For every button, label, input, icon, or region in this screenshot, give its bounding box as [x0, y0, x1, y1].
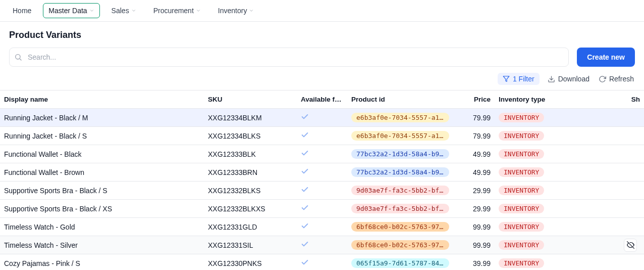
refresh-button[interactable]: Refresh [598, 74, 635, 84]
inventory-type-pill: INVENTORY [499, 131, 544, 141]
cell-sh [591, 127, 644, 145]
cell-sku: XXG12331GLD [204, 218, 297, 236]
download-button[interactable]: Download [547, 74, 591, 84]
check-icon [301, 204, 309, 212]
col-display-name[interactable]: Display name [0, 91, 204, 109]
cell-sku: XXG12334BLKS [204, 127, 297, 145]
inventory-type-pill: INVENTORY [499, 240, 544, 250]
col-sh[interactable]: Sh [591, 91, 644, 109]
cell-sh [591, 218, 644, 236]
cell-sh [591, 163, 644, 182]
cell-inventory-type: INVENTORY [495, 200, 591, 218]
col-price[interactable]: Price [453, 91, 495, 109]
filter-label: 1 Filter [513, 75, 534, 83]
cell-price: 49.99 [453, 145, 495, 163]
table-row[interactable]: Functional Wallet - BlackXXG12333BLK77bc… [0, 145, 644, 163]
cell-inventory-type: INVENTORY [495, 127, 591, 145]
cell-inventory-type: INVENTORY [495, 145, 591, 163]
cell-display-name: Timeless Watch - Silver [0, 236, 204, 254]
cell-product-id: 9d03ae7f-fa3c-5bb2-bfa0-9… [347, 200, 453, 218]
svg-marker-2 [503, 76, 509, 82]
product-id-pill: e6b3af0e-7034-5557-a191-… [351, 113, 449, 122]
cell-inventory-type: INVENTORY [495, 254, 591, 271]
cell-price: 99.99 [453, 236, 495, 254]
download-icon [548, 75, 555, 83]
cell-inventory-type: INVENTORY [495, 163, 591, 182]
nav-item-inventory[interactable]: Inventory [212, 3, 260, 18]
cell-sh [591, 254, 644, 271]
nav-item-sales[interactable]: Sales [106, 3, 142, 18]
cell-sku: XXG12333BRN [204, 163, 297, 182]
chevron-down-icon [249, 8, 254, 13]
inventory-type-pill: INVENTORY [499, 113, 544, 122]
search-wrap [9, 48, 569, 67]
nav-item-master-data[interactable]: Master Data [43, 3, 99, 18]
check-icon [301, 186, 309, 194]
cell-inventory-type: INVENTORY [495, 218, 591, 236]
create-new-button[interactable]: Create new [577, 48, 635, 67]
cell-price: 29.99 [453, 182, 495, 200]
cell-product-id: 6bf68ce0-b02c-5763-97b6-… [347, 218, 453, 236]
hide-row-button[interactable] [624, 239, 637, 252]
chevron-down-icon [196, 8, 201, 13]
cell-display-name: Functional Wallet - Black [0, 145, 204, 163]
cell-sku: XXG12333BLK [204, 145, 297, 163]
check-icon [301, 167, 309, 175]
table-row[interactable]: Cozy Pajamas - Pink / SXXG12330PNKS065f1… [0, 254, 644, 271]
filter-button[interactable]: 1 Filter [498, 73, 540, 85]
chevron-down-icon [131, 8, 136, 13]
check-icon [301, 258, 309, 266]
cell-sku: XXG12331SIL [204, 236, 297, 254]
table-row[interactable]: Timeless Watch - SilverXXG12331SIL6bf68c… [0, 236, 644, 254]
cell-display-name: Running Jacket - Black / S [0, 127, 204, 145]
col-inventory-type[interactable]: Inventory type [495, 91, 591, 109]
col-available[interactable]: Available for… [297, 91, 347, 109]
cell-available [297, 145, 347, 163]
nav-item-procurement[interactable]: Procurement [148, 3, 206, 18]
cell-product-id: 6bf68ce0-b02c-5763-97b6-… [347, 236, 453, 254]
table-row[interactable]: Supportive Sports Bra - Black / XSXXG123… [0, 200, 644, 218]
check-icon [301, 113, 309, 121]
cell-available [297, 127, 347, 145]
cell-product-id: 77bc32a2-1d3d-58a4-b9b7… [347, 163, 453, 182]
table-row[interactable]: Running Jacket - Black / MXXG12334BLKMe6… [0, 109, 644, 127]
page-title: Product Variants [9, 30, 635, 40]
product-id-pill: 6bf68ce0-b02c-5763-97b6-… [351, 222, 449, 232]
inventory-type-pill: INVENTORY [499, 204, 544, 213]
product-id-pill: 9d03ae7f-fa3c-5bb2-bfa0-9… [351, 204, 449, 213]
product-id-pill: 6bf68ce0-b02c-5763-97b6-… [351, 240, 449, 250]
col-product-id[interactable]: Product id [347, 91, 453, 109]
table-row[interactable]: Functional Wallet - BrownXXG12333BRN77bc… [0, 163, 644, 182]
cell-product-id: e6b3af0e-7034-5557-a191-… [347, 109, 453, 127]
cell-price: 49.99 [453, 163, 495, 182]
cell-price: 39.99 [453, 254, 495, 271]
nav-label: Master Data [48, 7, 87, 15]
cell-available [297, 200, 347, 218]
search-input[interactable] [9, 48, 569, 67]
nav-label: Sales [112, 7, 129, 15]
check-icon [301, 149, 309, 157]
cell-available [297, 109, 347, 127]
top-nav: HomeMaster DataSalesProcurementInventory [0, 0, 644, 22]
inventory-type-pill: INVENTORY [499, 149, 544, 159]
search-icon [14, 53, 22, 61]
table-row[interactable]: Running Jacket - Black / SXXG12334BLKSe6… [0, 127, 644, 145]
table-row[interactable]: Timeless Watch - GoldXXG12331GLD6bf68ce0… [0, 218, 644, 236]
cell-product-id: e6b3af0e-7034-5557-a191-… [347, 127, 453, 145]
product-id-pill: e6b3af0e-7034-5557-a191-… [351, 131, 449, 141]
download-label: Download [558, 75, 589, 83]
nav-label: Inventory [218, 7, 247, 15]
col-sku[interactable]: SKU [204, 91, 297, 109]
table-row[interactable]: Supportive Sports Bra - Black / SXXG1233… [0, 182, 644, 200]
refresh-icon [599, 75, 606, 83]
check-icon [301, 131, 309, 139]
cell-sku: XXG12332BLKS [204, 182, 297, 200]
inventory-type-pill: INVENTORY [499, 222, 544, 232]
cell-display-name: Functional Wallet - Brown [0, 163, 204, 182]
nav-item-home[interactable]: Home [7, 3, 37, 18]
svg-point-0 [16, 55, 20, 59]
cell-inventory-type: INVENTORY [495, 182, 591, 200]
cell-sku: XXG12330PNKS [204, 254, 297, 271]
cell-available [297, 182, 347, 200]
cell-sh [591, 109, 644, 127]
